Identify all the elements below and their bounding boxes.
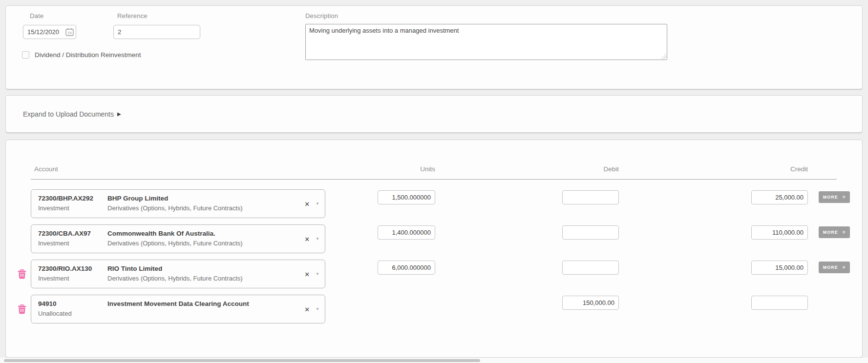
table-header: Account Units Debit Credit <box>6 140 862 179</box>
account-select[interactable]: 72300/RIO.AX130 RIO Tinto Limited Invest… <box>31 260 325 288</box>
expand-upload-documents-toggle[interactable]: Expand to Upload Documents ▶ <box>6 96 862 132</box>
column-header-credit: Credit <box>751 165 808 173</box>
debit-input[interactable] <box>562 296 619 310</box>
account-name: RIO Tinto Limited <box>107 265 325 272</box>
reference-input[interactable] <box>113 25 200 39</box>
transaction-details-card: Date 15 Reference Description Moving und… <box>5 5 863 89</box>
dropdown-caret-icon[interactable]: ▼ <box>316 237 319 241</box>
clear-account-icon[interactable]: ✕ <box>304 201 310 207</box>
reference-label: Reference <box>117 12 148 20</box>
account-select[interactable]: 72300/BHP.AX292 BHP Group Limited Invest… <box>31 189 325 218</box>
journal-line-row: 72300/RIO.AX130 RIO Tinto Limited Invest… <box>6 260 862 288</box>
credit-input[interactable] <box>751 296 808 310</box>
calendar-icon[interactable]: 15 <box>65 28 74 36</box>
account-subtype: Derivatives (Options, Hybrids, Future Co… <box>107 240 325 247</box>
more-button[interactable]: MORE + <box>819 226 850 238</box>
delete-row-icon[interactable] <box>18 304 26 314</box>
account-select[interactable]: 94910 Investment Movement Data Clearing … <box>31 295 325 323</box>
more-button-label: MORE <box>823 265 838 270</box>
more-button[interactable]: MORE + <box>819 191 850 203</box>
account-type: Investment <box>38 275 107 282</box>
horizontal-scrollbar[interactable] <box>0 358 868 363</box>
account-controls: ✕ ▼ <box>304 201 319 207</box>
credit-input[interactable] <box>751 225 808 240</box>
description-textarea[interactable]: Moving underlying assets into a managed … <box>305 24 667 60</box>
more-button-label: MORE <box>823 230 838 235</box>
account-select[interactable]: 72300/CBA.AX97 Commonwealth Bank Of Aust… <box>31 224 325 253</box>
account-code: 94910 <box>38 300 107 307</box>
account-code: 72300/RIO.AX130 <box>38 265 107 272</box>
calendar-day-text: 15 <box>67 31 71 35</box>
dropdown-caret-icon[interactable]: ▼ <box>316 202 319 206</box>
column-header-units: Units <box>378 165 435 173</box>
expand-upload-documents-label: Expand to Upload Documents <box>23 110 114 118</box>
journal-line-row: 72300/BHP.AX292 BHP Group Limited Invest… <box>6 189 862 218</box>
delete-row-icon[interactable] <box>18 269 26 279</box>
account-controls: ✕ ▼ <box>304 306 319 312</box>
account-type: Investment <box>38 240 107 247</box>
journal-line-row: 72300/CBA.AX97 Commonwealth Bank Of Aust… <box>6 224 862 253</box>
column-header-account: Account <box>34 165 58 173</box>
account-subtype: Derivatives (Options, Hybrids, Future Co… <box>107 204 325 212</box>
account-controls: ✕ ▼ <box>304 236 319 242</box>
plus-icon: + <box>842 193 846 201</box>
account-type: Unallocated <box>38 310 107 317</box>
account-code: 72300/BHP.AX292 <box>38 195 107 202</box>
account-subtype: Derivatives (Options, Hybrids, Future Co… <box>107 275 325 282</box>
debit-input[interactable] <box>562 261 619 275</box>
column-header-debit: Debit <box>562 165 619 173</box>
debit-input[interactable] <box>562 190 619 204</box>
units-input[interactable] <box>378 261 435 275</box>
dividend-reinvestment-checkbox[interactable] <box>22 51 29 59</box>
account-subtype <box>107 310 325 317</box>
plus-icon: + <box>842 228 846 236</box>
dividend-reinvestment-label: Dividend / Distribution Reinvestment <box>35 51 141 59</box>
units-input[interactable] <box>378 225 435 240</box>
credit-input[interactable] <box>751 190 808 204</box>
dropdown-caret-icon[interactable]: ▼ <box>316 307 319 311</box>
journal-line-row: 94910 Investment Movement Data Clearing … <box>6 295 862 323</box>
clear-account-icon[interactable]: ✕ <box>304 236 310 242</box>
date-label: Date <box>30 12 43 20</box>
more-button[interactable]: MORE + <box>819 262 850 273</box>
dropdown-caret-icon[interactable]: ▼ <box>316 272 319 276</box>
account-controls: ✕ ▼ <box>304 271 319 277</box>
units-input[interactable] <box>378 190 435 204</box>
description-field-wrap: Moving underlying assets into a managed … <box>305 24 667 60</box>
account-code: 72300/CBA.AX97 <box>38 230 107 237</box>
account-name: Investment Movement Data Clearing Accoun… <box>107 300 325 307</box>
plus-icon: + <box>842 263 846 271</box>
debit-input[interactable] <box>562 225 619 240</box>
clear-account-icon[interactable]: ✕ <box>304 306 310 312</box>
description-label: Description <box>305 12 338 20</box>
account-name: Commonwealth Bank Of Australia. <box>107 230 325 237</box>
journal-lines-card: Account Units Debit Credit 72300/BHP.AX2… <box>5 140 863 358</box>
account-name: BHP Group Limited <box>107 195 325 202</box>
scrollbar-thumb[interactable] <box>4 359 480 362</box>
credit-input[interactable] <box>751 261 808 275</box>
clear-account-icon[interactable]: ✕ <box>304 271 310 277</box>
expand-triangle-icon: ▶ <box>117 112 121 117</box>
upload-documents-card: Expand to Upload Documents ▶ <box>5 95 863 133</box>
journal-lines-list: 72300/BHP.AX292 BHP Group Limited Invest… <box>6 180 862 323</box>
more-button-label: MORE <box>823 195 838 200</box>
account-type: Investment <box>38 204 107 212</box>
